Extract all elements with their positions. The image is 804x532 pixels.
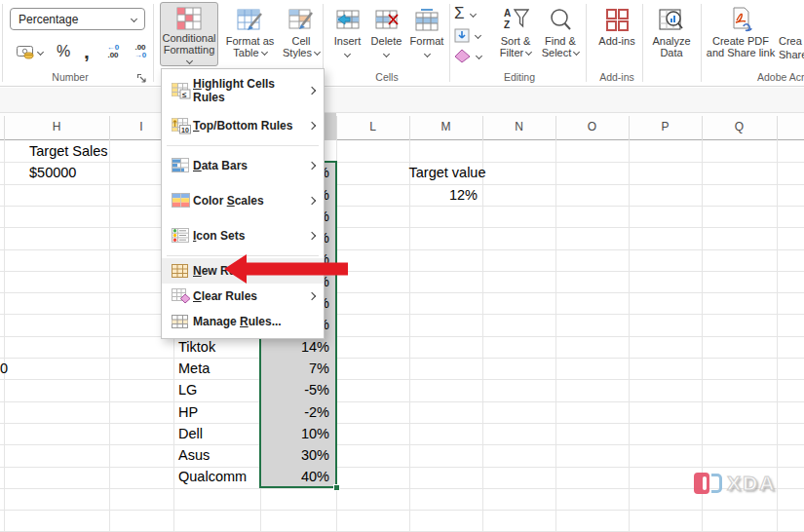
- submenu-chevron-icon: [308, 122, 316, 130]
- percent-style-button[interactable]: %: [51, 39, 76, 64]
- color-scales-icon: [172, 193, 193, 209]
- cell-company-name[interactable]: Tiktok: [178, 336, 258, 358]
- cell-company-name[interactable]: Asus: [178, 444, 258, 466]
- gridline: [0, 227, 804, 228]
- cell-target-value-value[interactable]: 12%: [409, 184, 478, 206]
- number-format-dropdown[interactable]: Percentage: [10, 8, 145, 30]
- gridline: [0, 249, 804, 250]
- chevron-down-icon: [131, 16, 137, 22]
- cell-company-name[interactable]: LG: [178, 379, 258, 400]
- cell-styles-icon: [288, 6, 314, 33]
- cell-styles-button[interactable]: Cell Styles: [280, 2, 323, 66]
- cell-target-sales-label[interactable]: Target Sales: [29, 140, 108, 162]
- new-rule-icon: [172, 264, 193, 279]
- menu-label: Manage: [193, 315, 240, 328]
- gridline: [0, 271, 804, 272]
- increase-decimal-button[interactable]: ←0 .00: [99, 39, 127, 64]
- add-ins-button[interactable]: Add-ins: [593, 2, 641, 66]
- cell-company-value[interactable]: 40%: [263, 466, 329, 487]
- gridline: [0, 314, 804, 315]
- highlight-cells-rules-icon: ≤: [172, 83, 193, 99]
- accounting-format-button[interactable]: [12, 39, 47, 64]
- cell-company-name[interactable]: HP: [178, 401, 258, 423]
- column-header-p[interactable]: P: [629, 113, 702, 140]
- menu-item-manage-rules[interactable]: Manage Rules...: [162, 309, 324, 334]
- number-dialog-launcher[interactable]: [136, 70, 148, 82]
- cell-company-value[interactable]: -2%: [263, 401, 329, 423]
- menu-item-color-scales[interactable]: Color Scales: [162, 183, 324, 218]
- format-label: Format: [410, 35, 444, 47]
- create-share-partial-button[interactable]: Crea Share: [779, 2, 804, 66]
- clear-rules-icon: [172, 288, 193, 304]
- top-bottom-rules-icon: 10: [172, 118, 193, 134]
- cell-company-value[interactable]: 10%: [263, 423, 329, 444]
- submenu-chevron-icon: [308, 197, 316, 205]
- comma-style-button[interactable]: ,: [78, 39, 96, 64]
- format-as-table-button[interactable]: Format as Table: [222, 2, 278, 66]
- create-pdf-share-button[interactable]: Create PDF and Share link: [704, 2, 778, 66]
- menu-label: ighlight Cells Rules: [193, 77, 275, 104]
- red-arrow-annotation: [220, 251, 349, 286]
- menu-item-top-bottom-rules[interactable]: 10 Top/Bottom Rules: [162, 108, 324, 143]
- header-tick: [336, 116, 337, 140]
- insert-cells-button[interactable]: Insert: [328, 2, 366, 66]
- menu-label: cales: [235, 194, 264, 208]
- menu-label: N: [193, 264, 202, 278]
- format-cells-button[interactable]: Format: [406, 2, 447, 66]
- gridline: [0, 401, 804, 402]
- column-header-n[interactable]: N: [482, 113, 555, 140]
- cell-company-value[interactable]: 30%: [263, 444, 329, 466]
- menu-item-data-bars[interactable]: Data Bars: [162, 148, 324, 183]
- find-select-label: Find & Select: [542, 35, 576, 58]
- xda-watermark: XDA: [694, 472, 776, 495]
- chevron-down-icon: [476, 52, 482, 58]
- insert-label: Insert: [334, 35, 362, 47]
- menu-label: C: [193, 289, 202, 303]
- cell-company-value[interactable]: 7%: [263, 358, 329, 379]
- cell-company-name[interactable]: Dell: [178, 423, 258, 444]
- column-header-q[interactable]: Q: [702, 113, 777, 140]
- clear-button[interactable]: [454, 46, 481, 65]
- menu-item-clear-rules[interactable]: Clear Rules: [162, 284, 324, 309]
- editing-group-label: Editing: [498, 71, 541, 83]
- number-format-value: Percentage: [19, 13, 78, 26]
- group-separator: [701, 4, 702, 82]
- delete-label: Delete: [371, 35, 402, 47]
- number-group-label: Number: [39, 71, 101, 83]
- fill-handle[interactable]: [333, 484, 340, 491]
- add-ins-label: Add-ins: [598, 35, 634, 47]
- gridline: [0, 184, 804, 185]
- fill-down-icon: [454, 28, 470, 43]
- fill-button[interactable]: [454, 25, 480, 45]
- analyze-data-button[interactable]: Analyze Data: [644, 2, 699, 66]
- conditional-formatting-button[interactable]: Conditional Formatting: [160, 2, 218, 66]
- cell-company-value[interactable]: 14%: [263, 336, 329, 358]
- delete-cells-button[interactable]: Delete: [368, 2, 404, 66]
- column-header-m[interactable]: M: [409, 113, 482, 140]
- decrease-decimal-button[interactable]: .00 →0: [127, 39, 154, 64]
- svg-text:10: 10: [181, 126, 189, 133]
- cell-company-name[interactable]: Qualcomm: [178, 466, 258, 487]
- column-header-o[interactable]: O: [555, 113, 629, 140]
- cell-partial-left[interactable]: 0: [0, 358, 8, 379]
- column-header-l[interactable]: L: [336, 113, 409, 140]
- cell-target-sales-value[interactable]: $50000: [29, 162, 76, 183]
- autosum-button[interactable]: Σ: [454, 4, 476, 23]
- find-select-button[interactable]: Find & Select: [539, 2, 582, 66]
- column-header-band: H I L M N O P Q: [0, 113, 804, 140]
- sort-filter-button[interactable]: A Z Sort & Filter: [495, 2, 536, 66]
- menu-item-icon-sets[interactable]: Icon Sets: [162, 218, 324, 253]
- header-tick: [702, 116, 703, 140]
- cell-company-value[interactable]: -5%: [263, 379, 329, 400]
- add-ins-group-label: Add-ins: [595, 71, 638, 83]
- grid: [0, 140, 804, 532]
- menu-item-highlight-cells-rules[interactable]: ≤ Highlight Cells Rules: [162, 73, 324, 108]
- cell-styles-label: Cell Styles: [283, 35, 312, 58]
- dialog-launcher-icon: [136, 73, 147, 84]
- gridline: [0, 292, 804, 293]
- cell-target-value-label[interactable]: Target value: [403, 162, 491, 183]
- menu-label: lear Rules: [202, 289, 257, 303]
- cell-company-name[interactable]: Meta: [178, 358, 258, 379]
- chevron-down-icon: [314, 49, 321, 56]
- column-header-h[interactable]: H: [4, 113, 109, 140]
